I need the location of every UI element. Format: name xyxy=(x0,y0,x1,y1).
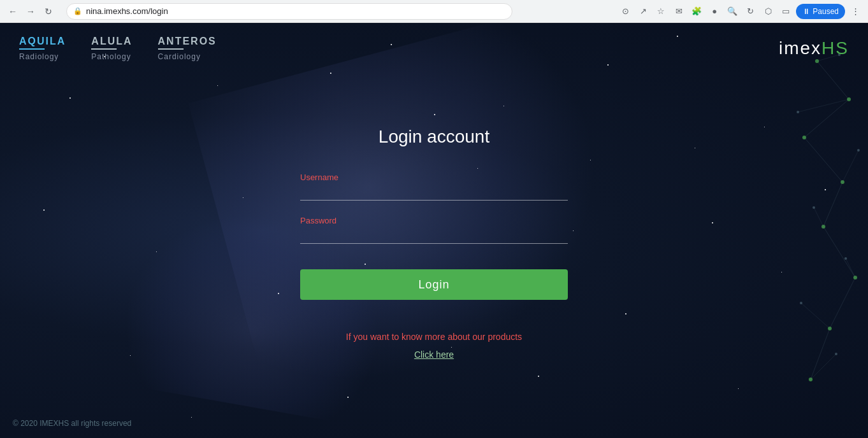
browser-nav-buttons: ← → ↻ xyxy=(5,4,56,19)
nav-product-anteros[interactable]: ANTEROS Cardiology xyxy=(158,36,217,61)
info-text: If you want to know more about our produ… xyxy=(300,332,568,342)
header: AQUILA Radiology ALULA Pathology ANTEROS… xyxy=(0,23,868,74)
paused-button[interactable]: ⏸ Paused xyxy=(796,4,845,19)
address-bar[interactable]: 🔒 nina.imexhs.com/login xyxy=(66,3,512,20)
copyright-text: © 2020 IMEXHS all rights reserved xyxy=(13,419,131,428)
alula-line xyxy=(91,48,117,50)
anteros-name: ANTEROS xyxy=(158,36,217,47)
click-here-link[interactable]: Click here xyxy=(300,350,568,360)
reload-button[interactable]: ↻ xyxy=(41,4,56,19)
logo-prefix: imex xyxy=(779,38,821,58)
puzzle-icon[interactable]: ⬡ xyxy=(760,4,776,19)
sync-icon[interactable]: ↻ xyxy=(742,4,758,19)
password-input[interactable] xyxy=(300,216,568,244)
browser-chrome: ← → ↻ 🔒 nina.imexhs.com/login ⊙ ↗ ☆ ✉ 🧩 … xyxy=(0,0,868,23)
page-content: AQUILA Radiology ALULA Pathology ANTEROS… xyxy=(0,23,868,438)
paused-icon: ⏸ xyxy=(802,7,810,16)
username-label: Username xyxy=(300,173,338,182)
sidebar-icon[interactable]: ▭ xyxy=(778,4,793,19)
browser-actions: ⊙ ↗ ☆ ✉ 🧩 ● 🔍 ↻ ⬡ ▭ ⏸ Paused ⋮ xyxy=(618,4,863,19)
nav-products: AQUILA Radiology ALULA Pathology ANTEROS… xyxy=(19,36,217,61)
email-icon[interactable]: ✉ xyxy=(671,4,686,19)
anteros-line xyxy=(158,48,184,50)
screenshot-icon[interactable]: ⊙ xyxy=(618,4,633,19)
url-text: nina.imexhs.com/login xyxy=(86,6,168,16)
lock-icon: 🔒 xyxy=(73,7,82,15)
imexhs-logo: imexHS xyxy=(779,38,849,59)
logo-suffix: HS xyxy=(821,38,849,58)
username-group: Username xyxy=(300,173,568,201)
paused-label: Paused xyxy=(813,7,839,16)
anteros-sub: Cardiology xyxy=(158,52,217,61)
menu-icon[interactable]: ⋮ xyxy=(848,4,863,19)
username-input[interactable] xyxy=(300,173,568,201)
nav-product-alula[interactable]: ALULA Pathology xyxy=(91,36,132,61)
alula-name: ALULA xyxy=(91,36,132,47)
login-title: Login account xyxy=(300,127,568,147)
footer: © 2020 IMEXHS all rights reserved xyxy=(13,419,131,428)
forward-button[interactable]: → xyxy=(23,4,38,19)
login-button[interactable]: Login xyxy=(300,269,568,300)
login-area: Login account Username Password Login If… xyxy=(300,127,568,360)
bookmark-icon[interactable]: ☆ xyxy=(653,4,669,19)
back-button[interactable]: ← xyxy=(5,4,20,19)
aquila-name: AQUILA xyxy=(19,36,66,47)
share-icon[interactable]: ↗ xyxy=(635,4,651,19)
password-group: Password xyxy=(300,216,568,244)
alula-sub: Pathology xyxy=(91,52,132,61)
password-label: Password xyxy=(300,216,336,225)
aquila-sub: Radiology xyxy=(19,52,66,61)
nav-product-aquila[interactable]: AQUILA Radiology xyxy=(19,36,66,61)
aquila-line xyxy=(19,48,45,50)
account-icon[interactable]: ● xyxy=(707,4,722,19)
extension-icon[interactable]: 🧩 xyxy=(689,4,704,19)
search-icon[interactable]: 🔍 xyxy=(725,4,740,19)
